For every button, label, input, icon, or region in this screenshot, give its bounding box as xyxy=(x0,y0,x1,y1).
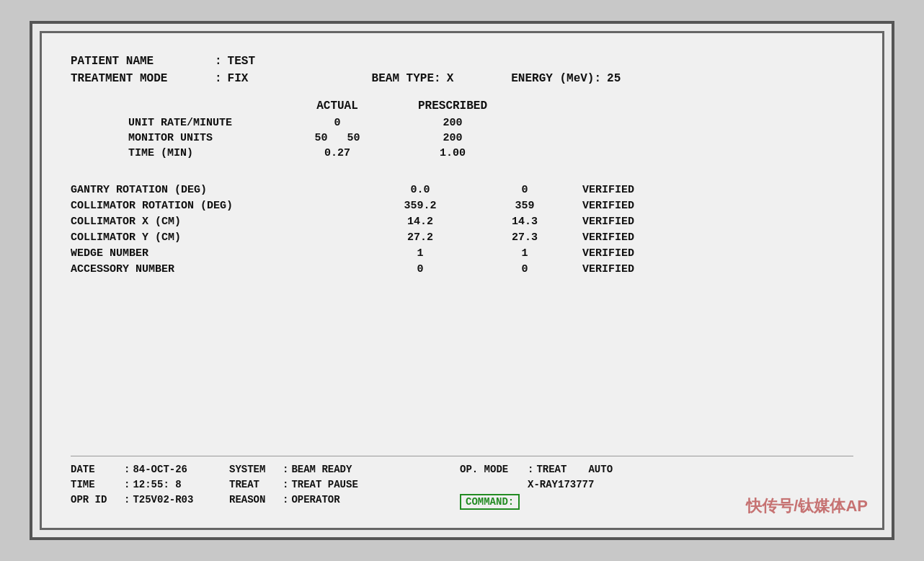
collimator-rotation-verified: VERIFIED xyxy=(582,200,634,212)
collimator-x-actual: 14.2 xyxy=(373,216,467,228)
xray-item: X-RAY 173777 xyxy=(460,479,853,490)
accessory-number-verified: VERIFIED xyxy=(582,263,634,275)
gantry-row-2: COLLIMATOR X (CM) 14.2 14.3 VERIFIED xyxy=(71,216,853,228)
wedge-number-verified: VERIFIED xyxy=(582,247,634,260)
data-section: UNIT RATE/MINUTE 0 200 MONITOR UNITS 50 … xyxy=(71,117,853,162)
monitor-units-row: MONITOR UNITS 50 50 200 xyxy=(71,132,853,144)
gantry-rotation-label: GANTRY ROTATION (DEG) xyxy=(71,184,373,196)
treat-value: TREAT PAUSE xyxy=(291,479,357,490)
collimator-x-label: COLLIMATOR X (CM) xyxy=(71,216,373,228)
collimator-x-prescribed: 14.3 xyxy=(467,216,582,228)
treat-label: TREAT xyxy=(229,479,280,490)
xray-label: X-RAY xyxy=(460,479,558,490)
header-row-1: PATIENT NAME : TEST xyxy=(71,55,853,68)
unit-rate-row: UNIT RATE/MINUTE 0 200 xyxy=(71,117,853,129)
beam-type-value: X xyxy=(447,72,454,85)
treatment-mode-label: TREATMENT MODE xyxy=(71,72,215,85)
xray-value: 173777 xyxy=(558,479,594,490)
system-value: BEAM READY xyxy=(291,464,352,475)
gantry-rotation-verified: VERIFIED xyxy=(582,184,634,196)
col-prescribed-header: PRESCRIBED xyxy=(395,100,510,112)
monitor-units-label: MONITOR UNITS xyxy=(71,132,280,144)
col-actual-header: ACTUAL xyxy=(280,100,395,112)
opr-sep: : xyxy=(124,494,130,505)
gantry-rotation-prescribed: 0 xyxy=(467,184,582,196)
collimator-y-actual: 27.2 xyxy=(373,231,467,244)
opr-label: OPR ID xyxy=(71,494,121,505)
accessory-number-prescribed: 0 xyxy=(467,263,582,275)
footer-col2: SYSTEM : BEAM READY TREAT : TREAT PAUSE … xyxy=(229,464,460,509)
gantry-row-5: ACCESSORY NUMBER 0 0 VERIFIED xyxy=(71,263,853,275)
treat-sep: : xyxy=(283,479,288,490)
accessory-number-label: ACCESSORY NUMBER xyxy=(71,263,373,275)
gantry-row-3: COLLIMATOR Y (CM) 27.2 27.3 VERIFIED xyxy=(71,231,853,244)
outer-frame: PATIENT NAME : TEST TREATMENT MODE : FIX… xyxy=(30,21,894,540)
time-footer-sep: : xyxy=(124,479,130,490)
inner-frame: PATIENT NAME : TEST TREATMENT MODE : FIX… xyxy=(40,31,884,530)
time-footer-label: TIME xyxy=(71,479,121,490)
time-footer-value: 12:55: 8 xyxy=(133,479,181,490)
accessory-number-actual: 0 xyxy=(373,263,467,275)
wedge-number-prescribed: 1 xyxy=(467,247,582,260)
treatment-mode-value: FIX xyxy=(228,72,329,85)
date-sep: : xyxy=(124,464,130,475)
gantry-section: GANTRY ROTATION (DEG) 0.0 0 VERIFIED COL… xyxy=(71,184,853,279)
reason-item: REASON : OPERATOR xyxy=(229,494,460,505)
gantry-row-4: WEDGE NUMBER 1 1 VERIFIED xyxy=(71,247,853,260)
system-label: SYSTEM xyxy=(229,464,280,475)
op-mode-label: OP. MODE xyxy=(460,464,525,475)
wedge-number-actual: 1 xyxy=(373,247,467,260)
time-item: TIME : 12:55: 8 xyxy=(71,479,229,490)
op-mode-sep: : xyxy=(528,464,533,475)
unit-rate-actual: 0 xyxy=(280,117,395,129)
collimator-rotation-prescribed: 359 xyxy=(467,200,582,212)
unit-rate-prescribed: 200 xyxy=(395,117,510,129)
reason-sep: : xyxy=(283,494,288,505)
watermark: 快传号/钛媒体AP xyxy=(746,495,868,517)
patient-name-value: TEST xyxy=(228,55,255,68)
reason-value: OPERATOR xyxy=(291,494,339,505)
op-treat-value: AUTO xyxy=(588,464,613,475)
monitor-units-actual: 50 50 xyxy=(280,132,395,144)
treat-item: TREAT : TREAT PAUSE xyxy=(229,479,460,490)
collimator-y-verified: VERIFIED xyxy=(582,231,634,244)
header-section: PATIENT NAME : TEST TREATMENT MODE : FIX… xyxy=(71,55,853,85)
time-row: TIME (MIN) 0.27 1.00 xyxy=(71,147,853,159)
time-prescribed: 1.00 xyxy=(395,147,510,159)
command-label: COMMAND: xyxy=(460,494,520,510)
opr-item: OPR ID : T25V02-R03 xyxy=(71,494,229,505)
date-label: DATE xyxy=(71,464,121,475)
collimator-y-label: COLLIMATOR Y (CM) xyxy=(71,231,373,244)
treatment-mode-sep: : xyxy=(215,72,222,85)
footer-section: DATE : 84-OCT-26 TIME : 12:55: 8 OPR ID … xyxy=(71,456,853,513)
gantry-row-1: COLLIMATOR ROTATION (DEG) 359.2 359 VERI… xyxy=(71,200,853,212)
opr-value: T25V02-R03 xyxy=(133,494,193,505)
col-headers: ACTUAL PRESCRIBED xyxy=(280,100,853,112)
time-actual: 0.27 xyxy=(280,147,395,159)
gantry-rotation-actual: 0.0 xyxy=(373,184,467,196)
collimator-x-verified: VERIFIED xyxy=(582,216,634,228)
date-item: DATE : 84-OCT-26 xyxy=(71,464,229,475)
unit-rate-label: UNIT RATE/MINUTE xyxy=(71,117,280,129)
date-value: 84-OCT-26 xyxy=(133,464,187,475)
energy-value: 25 xyxy=(607,72,621,85)
content: PATIENT NAME : TEST TREATMENT MODE : FIX… xyxy=(71,55,853,513)
energy-label: ENERGY (MeV): xyxy=(511,72,601,85)
system-sep: : xyxy=(283,464,288,475)
patient-name-label: PATIENT NAME xyxy=(71,55,215,68)
system-item: SYSTEM : BEAM READY xyxy=(229,464,460,475)
collimator-rotation-label: COLLIMATOR ROTATION (DEG) xyxy=(71,200,373,212)
collimator-rotation-actual: 359.2 xyxy=(373,200,467,212)
reason-label: REASON xyxy=(229,494,280,505)
patient-name-sep: : xyxy=(215,55,222,68)
beam-type-label: BEAM TYPE: xyxy=(372,72,441,85)
wedge-number-label: WEDGE NUMBER xyxy=(71,247,373,260)
gantry-row-0: GANTRY ROTATION (DEG) 0.0 0 VERIFIED xyxy=(71,184,853,196)
op-treat-label: TREAT xyxy=(536,464,567,475)
monitor-units-prescribed: 200 xyxy=(395,132,510,144)
header-row-2: TREATMENT MODE : FIX BEAM TYPE: X ENERGY… xyxy=(71,72,853,85)
op-mode-item: OP. MODE : TREAT AUTO xyxy=(460,464,853,475)
time-label: TIME (MIN) xyxy=(71,147,280,159)
collimator-y-prescribed: 27.3 xyxy=(467,231,582,244)
footer-col1: DATE : 84-OCT-26 TIME : 12:55: 8 OPR ID … xyxy=(71,464,229,509)
